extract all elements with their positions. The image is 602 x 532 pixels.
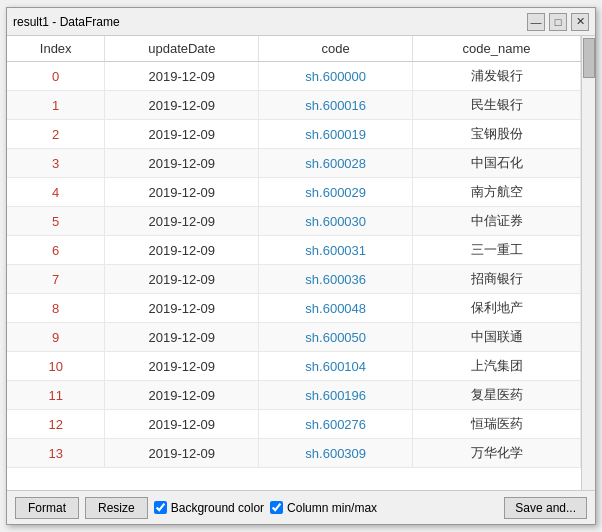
scrollbar-track: [581, 36, 595, 490]
cell-codename: 浦发银行: [413, 62, 581, 91]
table-row: 82019-12-09sh.600048保利地产: [7, 294, 581, 323]
cell-date: 2019-12-09: [105, 410, 259, 439]
window-controls: — □ ✕: [527, 13, 589, 31]
main-window: result1 - DataFrame — □ ✕ Index updateDa…: [6, 7, 596, 525]
table-row: 132019-12-09sh.600309万华化学: [7, 439, 581, 468]
col-minmax-checkbox[interactable]: [270, 501, 283, 514]
title-bar: result1 - DataFrame — □ ✕: [7, 8, 595, 36]
cell-index: 5: [7, 207, 105, 236]
maximize-button[interactable]: □: [549, 13, 567, 31]
cell-code: sh.600029: [259, 178, 413, 207]
col-minmax-group: Column min/max: [270, 501, 377, 515]
cell-code: sh.600000: [259, 62, 413, 91]
cell-date: 2019-12-09: [105, 352, 259, 381]
table-row: 102019-12-09sh.600104上汽集团: [7, 352, 581, 381]
cell-code: sh.600019: [259, 120, 413, 149]
cell-index: 4: [7, 178, 105, 207]
table-row: 32019-12-09sh.600028中国石化: [7, 149, 581, 178]
cell-index: 1: [7, 91, 105, 120]
col-header-updatedate[interactable]: updateDate: [105, 36, 259, 62]
cell-codename: 中国联通: [413, 323, 581, 352]
cell-code: sh.600276: [259, 410, 413, 439]
cell-index: 10: [7, 352, 105, 381]
bg-color-group: Background color: [154, 501, 264, 515]
cell-codename: 三一重工: [413, 236, 581, 265]
cell-codename: 中国石化: [413, 149, 581, 178]
cell-code: sh.600196: [259, 381, 413, 410]
cell-code: sh.600050: [259, 323, 413, 352]
cell-date: 2019-12-09: [105, 381, 259, 410]
table-row: 112019-12-09sh.600196复星医药: [7, 381, 581, 410]
close-button[interactable]: ✕: [571, 13, 589, 31]
cell-index: 6: [7, 236, 105, 265]
cell-codename: 南方航空: [413, 178, 581, 207]
table-row: 52019-12-09sh.600030中信证券: [7, 207, 581, 236]
cell-index: 12: [7, 410, 105, 439]
data-table: Index updateDate code code_name 02019-12…: [7, 36, 581, 468]
cell-date: 2019-12-09: [105, 91, 259, 120]
cell-index: 8: [7, 294, 105, 323]
table-row: 72019-12-09sh.600036招商银行: [7, 265, 581, 294]
cell-codename: 保利地产: [413, 294, 581, 323]
table-scroll-area: Index updateDate code code_name 02019-12…: [7, 36, 595, 490]
cell-codename: 民生银行: [413, 91, 581, 120]
cell-date: 2019-12-09: [105, 120, 259, 149]
cell-date: 2019-12-09: [105, 178, 259, 207]
cell-codename: 万华化学: [413, 439, 581, 468]
cell-codename: 中信证券: [413, 207, 581, 236]
window-title: result1 - DataFrame: [13, 15, 120, 29]
cell-date: 2019-12-09: [105, 149, 259, 178]
cell-code: sh.600016: [259, 91, 413, 120]
cell-index: 2: [7, 120, 105, 149]
cell-index: 7: [7, 265, 105, 294]
cell-code: sh.600309: [259, 439, 413, 468]
col-header-index[interactable]: Index: [7, 36, 105, 62]
table-row: 22019-12-09sh.600019宝钢股份: [7, 120, 581, 149]
table-row: 12019-12-09sh.600016民生银行: [7, 91, 581, 120]
table-row: 122019-12-09sh.600276恒瑞医药: [7, 410, 581, 439]
col-header-codename[interactable]: code_name: [413, 36, 581, 62]
bottom-bar: Format Resize Background color Column mi…: [7, 490, 595, 524]
format-button[interactable]: Format: [15, 497, 79, 519]
cell-index: 9: [7, 323, 105, 352]
col-minmax-label: Column min/max: [287, 501, 377, 515]
cell-code: sh.600048: [259, 294, 413, 323]
cell-index: 0: [7, 62, 105, 91]
bg-color-label: Background color: [171, 501, 264, 515]
cell-date: 2019-12-09: [105, 62, 259, 91]
table-container: Index updateDate code code_name 02019-12…: [7, 36, 595, 490]
cell-date: 2019-12-09: [105, 323, 259, 352]
cell-index: 3: [7, 149, 105, 178]
cell-date: 2019-12-09: [105, 207, 259, 236]
cell-codename: 招商银行: [413, 265, 581, 294]
cell-code: sh.600031: [259, 236, 413, 265]
cell-date: 2019-12-09: [105, 265, 259, 294]
cell-code: sh.600104: [259, 352, 413, 381]
cell-code: sh.600028: [259, 149, 413, 178]
minimize-button[interactable]: —: [527, 13, 545, 31]
col-header-code[interactable]: code: [259, 36, 413, 62]
cell-codename: 复星医药: [413, 381, 581, 410]
cell-codename: 上汽集团: [413, 352, 581, 381]
cell-code: sh.600030: [259, 207, 413, 236]
cell-date: 2019-12-09: [105, 294, 259, 323]
scrollbar-thumb[interactable]: [583, 38, 595, 78]
cell-codename: 宝钢股份: [413, 120, 581, 149]
table-row: 02019-12-09sh.600000浦发银行: [7, 62, 581, 91]
cell-code: sh.600036: [259, 265, 413, 294]
cell-codename: 恒瑞医药: [413, 410, 581, 439]
cell-index: 13: [7, 439, 105, 468]
cell-date: 2019-12-09: [105, 439, 259, 468]
bg-color-checkbox[interactable]: [154, 501, 167, 514]
cell-index: 11: [7, 381, 105, 410]
cell-date: 2019-12-09: [105, 236, 259, 265]
table-row: 62019-12-09sh.600031三一重工: [7, 236, 581, 265]
save-button[interactable]: Save and...: [504, 497, 587, 519]
table-wrapper[interactable]: Index updateDate code code_name 02019-12…: [7, 36, 581, 490]
resize-button[interactable]: Resize: [85, 497, 148, 519]
table-row: 42019-12-09sh.600029南方航空: [7, 178, 581, 207]
table-row: 92019-12-09sh.600050中国联通: [7, 323, 581, 352]
